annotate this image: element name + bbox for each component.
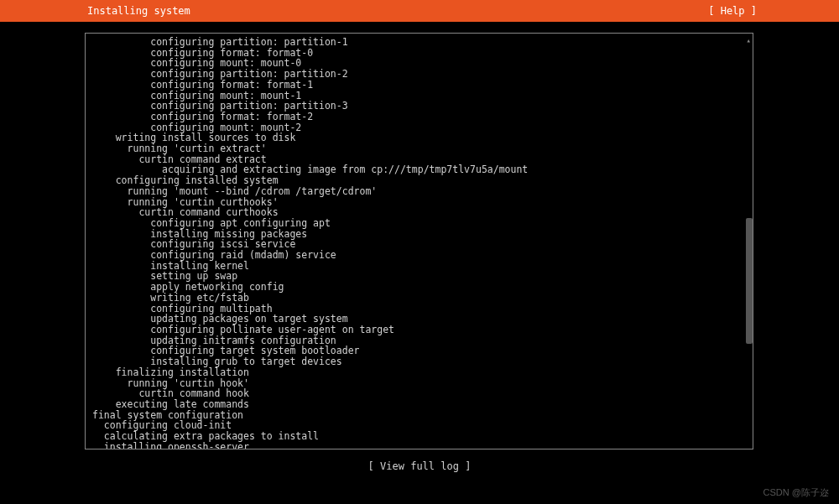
help-button[interactable]: [ Help ] bbox=[708, 5, 831, 17]
page-title: Installing system bbox=[8, 5, 190, 17]
view-full-log-button[interactable]: [ View full log ] bbox=[368, 460, 472, 472]
scrollbar-thumb[interactable] bbox=[746, 218, 753, 344]
header-bar: Installing system [ Help ] bbox=[0, 0, 839, 22]
scroll-up-icon[interactable]: ▴ bbox=[747, 36, 751, 44]
install-log-panel: configuring partition: partition-1 confi… bbox=[85, 33, 753, 449]
watermark-text: CSDN @陈子迩 bbox=[763, 486, 829, 499]
footer: [ View full log ] bbox=[0, 460, 839, 472]
install-log-text: configuring partition: partition-1 confi… bbox=[86, 34, 753, 449]
